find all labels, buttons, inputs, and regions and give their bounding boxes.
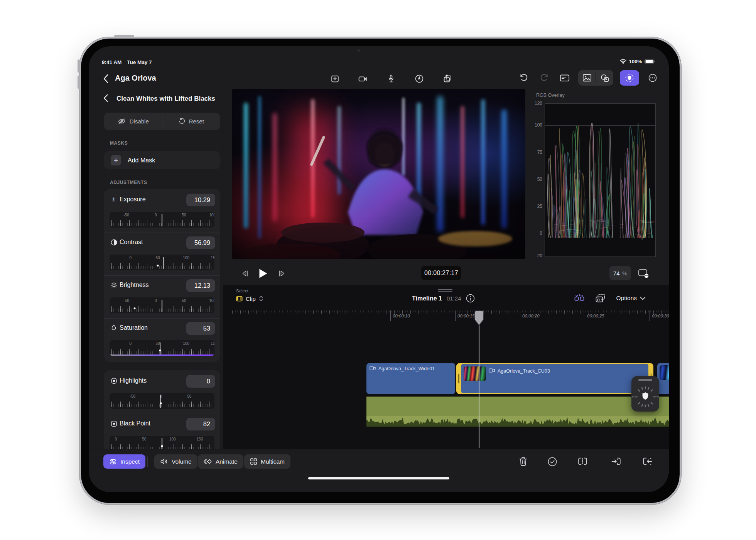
volume-down-button [78,76,80,89]
black-point-icon [110,420,118,427]
import-icon[interactable] [328,72,342,86]
timeline-clip[interactable]: AgaOrlova_Track_Wide01 [366,363,455,394]
reset-button[interactable]: Reset [162,113,220,130]
clip-thumbnail [660,365,669,380]
next-frame-button[interactable] [275,267,289,280]
microphone-icon[interactable] [384,72,398,86]
clip-mode-label: Clip [246,295,256,302]
approve-check-icon[interactable] [545,454,560,469]
pencil-draw-icon[interactable] [412,72,426,86]
tick-label: 0 [155,299,157,303]
clip-thumbnail [464,366,486,381]
undo-icon[interactable] [517,71,531,85]
clip-glyph-icon [236,296,243,302]
slider-indicator[interactable] [163,257,164,269]
redo-icon[interactable] [537,71,551,85]
preset-header: Clean Whites with Lifted Blacks [89,88,223,109]
date: Tue May 7 [127,59,152,65]
bottom-toolbar: Inspect Volume Animate Multicam [89,449,669,492]
clip-mode-dropdown[interactable]: Clip [236,295,263,302]
append-clip-icon[interactable] [640,454,655,469]
timeline-options-button[interactable]: Options [616,295,646,302]
contrast-value[interactable]: 56.99 [186,236,215,249]
captions-icon[interactable] [558,71,572,85]
contrast-slider[interactable]: 0 50 100 150 [110,255,214,270]
audio-track[interactable] [366,397,669,427]
brightness-slider[interactable]: -50 0 50 100 [110,297,214,313]
back-button[interactable] [100,73,112,85]
highlights-value[interactable]: 0 [186,375,215,388]
slider-indicator[interactable] [162,300,162,312]
tick-label: 50 [156,256,160,260]
playhead[interactable] [479,310,479,448]
share-icon[interactable] [440,72,454,86]
black-point-value[interactable]: 82 [186,418,215,430]
split-tool-icon[interactable] [575,454,590,469]
effects-browser-icon[interactable] [596,71,613,85]
playhead-handle[interactable] [474,310,484,327]
home-indicator[interactable] [308,477,449,479]
screen: 9:41 AM Tue May 7 100% Aga Orlova [89,46,669,492]
play-button[interactable] [256,267,270,280]
slider-indicator[interactable] [160,343,160,355]
exposure-row: ± Exposure 10.29 -50 0 50 100 [104,190,220,233]
jog-drag-bar[interactable] [638,379,652,381]
preset-back-button[interactable] [103,94,108,102]
viewer-options-icon[interactable] [635,266,652,280]
saturation-slider[interactable]: 0 50 100 150 [110,340,214,356]
info-icon[interactable] [466,294,475,303]
slider-indicator[interactable] [160,395,161,408]
preset-title: Clean Whites with Lifted Blacks [116,95,215,103]
browser-toggle-group [578,70,613,86]
record-video-icon[interactable] [356,72,370,86]
tick-label: 100 [169,437,176,441]
audio-waveform-svg [366,415,669,427]
ipad-device: 9:41 AM Tue May 7 100% Aga Orlova [79,37,681,505]
brightness-row: Brightness 12.13 -50 0 50 100 [104,275,220,318]
disable-button[interactable]: Disable [104,113,162,130]
video-vignette [232,89,525,259]
tick-label: 100 [183,256,189,260]
plus-icon: + [111,155,121,165]
inspect-button[interactable]: Inspect [103,454,145,469]
timeline-overview-icon[interactable] [595,293,606,303]
adjustment-name: Brightness [120,282,149,289]
tick-label: 0 [130,341,132,346]
ruler-label: 00:00:10 [393,314,410,318]
trim-handle-left[interactable] [458,374,459,383]
multicam-button[interactable]: Multicam [244,454,290,469]
delete-icon[interactable] [516,454,530,469]
timeline-drag-handle[interactable] [438,288,452,293]
animate-button[interactable]: Animate [198,454,243,469]
exposure-value[interactable]: 10.29 [186,194,215,206]
jog-wheel[interactable] [631,376,659,412]
timeline-clip-selected[interactable]: AgaOrlova_Track_CU03 [456,363,653,394]
insert-clip-icon[interactable] [609,454,623,469]
video-preview[interactable] [232,89,525,259]
contrast-icon [110,238,118,246]
color-adjustments-button[interactable] [620,70,639,86]
timeline-ruler[interactable]: 00:00:10 00:00:15 00:00:20 00:00:25 00:0… [232,310,669,322]
more-icon[interactable] [646,71,660,85]
split-clip-icon[interactable] [574,293,585,303]
media-browser-icon[interactable] [578,71,596,85]
jog-dial-icon [631,383,659,411]
slider-indicator[interactable] [162,438,162,449]
tick-label: 150 [197,437,203,441]
tick-label: 50 [182,299,186,303]
saturation-value[interactable]: 53 [186,322,215,335]
exposure-slider[interactable]: -50 0 50 100 [110,212,214,228]
previous-frame-button[interactable] [238,267,252,280]
adjustment-name: Black Point [120,420,150,427]
volume-button[interactable]: Volume [154,454,197,469]
highlights-icon [110,377,118,385]
brightness-value[interactable]: 12.13 [186,279,215,292]
tick-label: 50 [182,213,186,217]
zoom-level-badge[interactable]: 74 % [609,266,631,280]
slider-indicator[interactable] [162,214,162,226]
select-mode-label: Select [236,289,248,293]
add-mask-button[interactable]: + Add Mask [104,151,220,169]
inspector-sidebar: Clean Whites with Lifted Blacks Disable … [89,88,223,449]
highlights-slider[interactable]: -50 0 50 [110,393,214,409]
black-point-slider[interactable]: 0 50 100 150 [110,436,214,449]
